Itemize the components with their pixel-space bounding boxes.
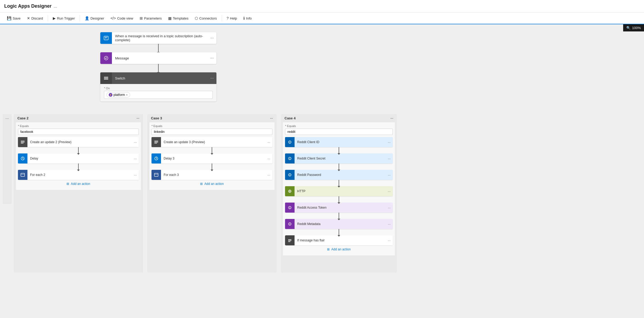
case4-equals-label: * Equals — [285, 124, 393, 128]
case4-action3-label: Reddit Password — [295, 170, 386, 180]
case3-action1-menu[interactable]: ··· — [265, 137, 272, 147]
case3-action2-menu[interactable]: ··· — [265, 153, 272, 163]
svg-rect-11 — [154, 142, 158, 142]
svg-rect-5 — [21, 141, 25, 141]
case4-action2[interactable]: Reddit Client Secret ··· — [285, 153, 393, 163]
run-icon: ▶ — [53, 16, 56, 20]
case4-action4-menu[interactable]: ··· — [386, 186, 393, 196]
case4-action5[interactable]: Reddit Access Token ··· — [285, 203, 393, 213]
case4-action2-menu[interactable]: ··· — [386, 153, 393, 163]
case2-add-action-button[interactable]: ⊞ Add an action — [18, 180, 139, 188]
case3-action1[interactable]: Create an update 3 (Preview) ··· — [151, 137, 272, 147]
run-trigger-button[interactable]: ▶ Run Trigger — [50, 15, 78, 21]
case4-action1-icon — [285, 137, 295, 147]
case2-action3-menu[interactable]: ··· — [132, 170, 139, 180]
case2-panel: Case 2 ··· * Equals facebook — [14, 114, 143, 273]
svg-point-23 — [290, 207, 290, 207]
case4-action6-label: Reddit Metadata — [295, 219, 386, 229]
case3-add-icon: ⊞ — [200, 182, 203, 186]
switch-menu[interactable]: ··· — [208, 76, 216, 81]
designer-button[interactable]: 👤 Designer — [82, 15, 107, 21]
case3-add-label: Add an action — [204, 182, 224, 186]
parameters-button[interactable]: ⊞ Parameters — [137, 15, 164, 21]
svg-rect-7 — [21, 143, 23, 143]
svg-rect-26 — [288, 239, 291, 240]
case3-action2-label: Delay 3 — [161, 153, 265, 163]
discard-icon: ✕ — [27, 16, 30, 20]
case3-action2[interactable]: Delay 3 ··· — [151, 153, 272, 163]
case4-equals-value[interactable]: reddit — [285, 129, 393, 135]
zoom-search-icon: 🔍 — [626, 26, 631, 30]
help-button[interactable]: ? Help — [224, 15, 240, 21]
case4-arrow2 — [339, 163, 339, 170]
case3-add-action-button[interactable]: ⊞ Add an action — [151, 180, 272, 188]
case4-body: * Equals reddit Reddit Client ID ··· — [283, 122, 395, 255]
case3-header: Case 3 ··· — [147, 114, 277, 122]
svg-rect-4 — [104, 79, 108, 80]
zoom-level: 100% — [632, 26, 641, 30]
case4-action6[interactable]: Reddit Metadata ··· — [285, 219, 393, 229]
left-dots[interactable]: ··· — [5, 116, 9, 121]
case4-action5-label: Reddit Access Token — [295, 203, 386, 213]
message-menu[interactable]: ··· — [208, 56, 216, 60]
svg-point-16 — [290, 141, 290, 142]
case2-action2-menu[interactable]: ··· — [132, 153, 139, 163]
discard-button[interactable]: ✕ Discard — [24, 15, 46, 21]
trigger-menu[interactable]: ··· — [208, 36, 216, 40]
case4-action7-menu[interactable]: ··· — [386, 235, 393, 245]
case4-action3[interactable]: Reddit Password ··· — [285, 170, 393, 180]
case4-action1-menu[interactable]: ··· — [386, 137, 393, 147]
case2-title: Case 2 — [17, 116, 29, 120]
case4-action6-menu[interactable]: ··· — [386, 219, 393, 229]
title-bar: Logic Apps Designer ... — [0, 0, 644, 13]
case4-action7[interactable]: If message has flair ··· — [285, 235, 393, 245]
message-node[interactable]: Message ··· — [100, 52, 216, 64]
case3-equals-value[interactable]: linkedin — [151, 129, 272, 135]
case2-equals-value[interactable]: facebook — [18, 129, 139, 135]
switch-node[interactable]: Switch ··· * On ⚡ platform × — [100, 72, 216, 101]
case2-header: Case 2 ··· — [14, 114, 143, 122]
case4-action3-menu[interactable]: ··· — [386, 170, 393, 180]
svg-rect-12 — [154, 143, 157, 143]
platform-remove-button[interactable]: × — [126, 93, 127, 96]
case4-header: Case 4 ··· — [281, 114, 397, 122]
case3-menu[interactable]: ··· — [270, 116, 273, 120]
connectors-button[interactable]: ⬡ Connectors — [192, 15, 219, 21]
arrow-2 — [158, 64, 159, 72]
case2-add-label: Add an action — [71, 182, 90, 186]
switch-icon — [100, 72, 112, 84]
case4-action1[interactable]: Reddit Client ID ··· — [285, 137, 393, 147]
case4-title: Case 4 — [285, 116, 296, 120]
case4-action5-menu[interactable]: ··· — [386, 203, 393, 213]
canvas: When a message is received in a topic su… — [0, 24, 644, 318]
cases-row: Case 2 ··· * Equals facebook — [14, 114, 397, 273]
parameters-icon: ⊞ — [140, 16, 143, 20]
message-icon — [100, 52, 112, 64]
case2-action1-icon — [18, 137, 27, 147]
trigger-node[interactable]: When a message is received in a topic su… — [100, 32, 216, 44]
on-value: ⚡ platform × — [104, 91, 213, 99]
save-button[interactable]: 💾 Save — [4, 15, 23, 21]
case2-action1[interactable]: Create an update 2 (Preview) ··· — [18, 137, 139, 147]
templates-button[interactable]: ▦ Templates — [165, 15, 191, 21]
case3-action3-menu[interactable]: ··· — [265, 170, 272, 180]
info-button[interactable]: ℹ Info — [241, 15, 254, 21]
case3-arrow2 — [212, 163, 212, 170]
case2-body: * Equals facebook Create an update 2 (Pr… — [16, 122, 141, 190]
case3-action3[interactable]: For each 3 ··· — [151, 170, 272, 180]
title-more-button[interactable]: ... — [54, 4, 57, 9]
code-icon: </> — [111, 16, 116, 20]
switch-header: Switch ··· — [100, 72, 216, 84]
case4-add-action-button[interactable]: ⊞ Add an action — [285, 245, 393, 253]
case2-action1-menu[interactable]: ··· — [132, 137, 139, 147]
case2-menu[interactable]: ··· — [136, 116, 139, 120]
case4-menu[interactable]: ··· — [390, 116, 393, 120]
toolbar-divider-2 — [80, 15, 80, 21]
platform-text: platform — [113, 93, 125, 97]
case2-action3[interactable]: For each 2 ··· — [18, 170, 139, 180]
case2-action2[interactable]: Delay ··· — [18, 153, 139, 163]
case4-action6-icon — [285, 219, 295, 229]
app-title: Logic Apps Designer — [4, 3, 51, 9]
code-view-button[interactable]: </> Code view — [108, 15, 136, 21]
case4-action4[interactable]: HTTP ··· — [285, 186, 393, 196]
